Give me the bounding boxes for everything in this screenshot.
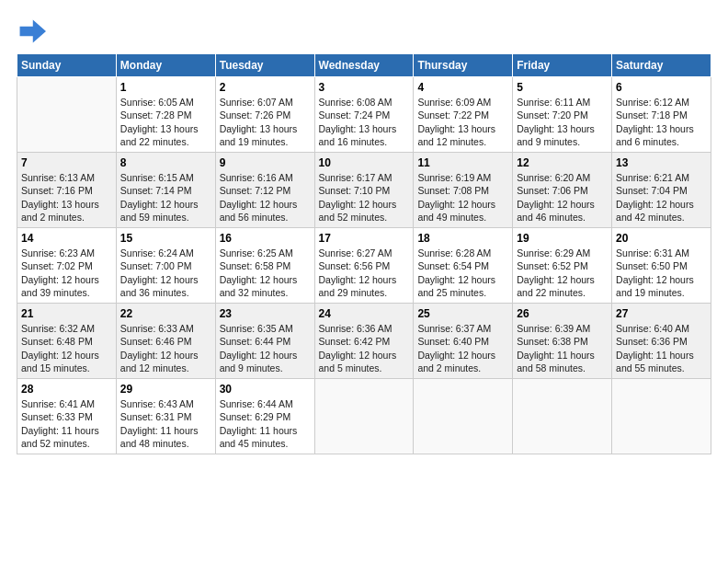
calendar-cell: 17Sunrise: 6:27 AM Sunset: 6:56 PM Dayli… (314, 228, 414, 304)
header (17, 17, 711, 46)
day-info: Sunrise: 6:12 AM Sunset: 7:18 PM Dayligh… (616, 96, 707, 148)
day-info: Sunrise: 6:36 AM Sunset: 6:42 PM Dayligh… (319, 322, 410, 374)
day-number: 13 (616, 155, 707, 170)
column-header-saturday: Saturday (612, 54, 711, 77)
calendar-cell: 9Sunrise: 6:16 AM Sunset: 7:12 PM Daylig… (215, 153, 314, 228)
calendar-cell: 15Sunrise: 6:24 AM Sunset: 7:00 PM Dayli… (116, 228, 215, 304)
calendar-cell: 12Sunrise: 6:20 AM Sunset: 7:06 PM Dayli… (513, 153, 612, 228)
day-info: Sunrise: 6:39 AM Sunset: 6:38 PM Dayligh… (517, 322, 608, 374)
day-info: Sunrise: 6:37 AM Sunset: 6:40 PM Dayligh… (417, 322, 508, 374)
calendar-cell: 2Sunrise: 6:07 AM Sunset: 7:26 PM Daylig… (215, 77, 314, 153)
calendar-cell: 24Sunrise: 6:36 AM Sunset: 6:42 PM Dayli… (314, 304, 414, 379)
day-number: 28 (21, 382, 112, 396)
calendar-cell: 11Sunrise: 6:19 AM Sunset: 7:08 PM Dayli… (414, 153, 513, 228)
calendar-week-3: 14Sunrise: 6:23 AM Sunset: 7:02 PM Dayli… (17, 228, 711, 304)
day-info: Sunrise: 6:28 AM Sunset: 6:54 PM Dayligh… (417, 247, 508, 299)
logo (17, 17, 50, 46)
column-header-monday: Monday (116, 54, 215, 77)
calendar-cell (414, 379, 513, 454)
calendar-cell: 22Sunrise: 6:33 AM Sunset: 6:46 PM Dayli… (116, 304, 215, 379)
day-number: 12 (517, 155, 608, 170)
header-row: SundayMondayTuesdayWednesdayThursdayFrid… (17, 54, 711, 77)
day-number: 23 (220, 306, 311, 321)
day-info: Sunrise: 6:13 AM Sunset: 7:16 PM Dayligh… (21, 171, 112, 224)
day-info: Sunrise: 6:32 AM Sunset: 6:48 PM Dayligh… (21, 322, 112, 374)
calendar-cell: 4Sunrise: 6:09 AM Sunset: 7:22 PM Daylig… (414, 77, 513, 153)
calendar-table: SundayMondayTuesdayWednesdayThursdayFrid… (17, 53, 711, 454)
day-info: Sunrise: 6:08 AM Sunset: 7:24 PM Dayligh… (319, 96, 410, 148)
calendar-cell: 7Sunrise: 6:13 AM Sunset: 7:16 PM Daylig… (17, 153, 117, 228)
calendar-cell: 3Sunrise: 6:08 AM Sunset: 7:24 PM Daylig… (314, 77, 414, 153)
day-number: 29 (120, 382, 211, 396)
day-number: 30 (220, 382, 311, 396)
calendar-cell: 21Sunrise: 6:32 AM Sunset: 6:48 PM Dayli… (17, 304, 117, 379)
day-number: 18 (417, 231, 508, 246)
day-info: Sunrise: 6:33 AM Sunset: 6:46 PM Dayligh… (120, 322, 211, 374)
page: SundayMondayTuesdayWednesdayThursdayFrid… (0, 0, 728, 563)
day-number: 20 (616, 231, 707, 246)
day-info: Sunrise: 6:23 AM Sunset: 7:02 PM Dayligh… (21, 247, 112, 299)
calendar-cell: 26Sunrise: 6:39 AM Sunset: 6:38 PM Dayli… (513, 304, 612, 379)
calendar-cell: 18Sunrise: 6:28 AM Sunset: 6:54 PM Dayli… (414, 228, 513, 304)
day-info: Sunrise: 6:29 AM Sunset: 6:52 PM Dayligh… (517, 247, 608, 299)
day-number: 1 (120, 80, 211, 95)
calendar-cell: 13Sunrise: 6:21 AM Sunset: 7:04 PM Dayli… (612, 153, 711, 228)
day-number: 21 (21, 306, 112, 321)
column-header-wednesday: Wednesday (314, 54, 414, 77)
column-header-friday: Friday (513, 54, 612, 77)
calendar-cell: 20Sunrise: 6:31 AM Sunset: 6:50 PM Dayli… (612, 228, 711, 304)
calendar-cell: 6Sunrise: 6:12 AM Sunset: 7:18 PM Daylig… (612, 77, 711, 153)
calendar-cell: 14Sunrise: 6:23 AM Sunset: 7:02 PM Dayli… (17, 228, 117, 304)
day-info: Sunrise: 6:27 AM Sunset: 6:56 PM Dayligh… (319, 247, 410, 299)
day-info: Sunrise: 6:31 AM Sunset: 6:50 PM Dayligh… (616, 247, 707, 299)
calendar-cell (612, 379, 711, 454)
calendar-cell: 10Sunrise: 6:17 AM Sunset: 7:10 PM Dayli… (314, 153, 414, 228)
calendar-week-5: 28Sunrise: 6:41 AM Sunset: 6:33 PM Dayli… (17, 379, 711, 454)
calendar-body: 1Sunrise: 6:05 AM Sunset: 7:28 PM Daylig… (17, 77, 711, 454)
calendar-cell: 19Sunrise: 6:29 AM Sunset: 6:52 PM Dayli… (513, 228, 612, 304)
column-header-sunday: Sunday (17, 54, 117, 77)
day-number: 16 (220, 231, 311, 246)
day-info: Sunrise: 6:19 AM Sunset: 7:08 PM Dayligh… (417, 171, 508, 224)
day-number: 27 (616, 306, 707, 321)
day-number: 6 (616, 80, 707, 95)
calendar-cell: 5Sunrise: 6:11 AM Sunset: 7:20 PM Daylig… (513, 77, 612, 153)
day-number: 19 (517, 231, 608, 246)
calendar-cell: 23Sunrise: 6:35 AM Sunset: 6:44 PM Dayli… (215, 304, 314, 379)
day-info: Sunrise: 6:25 AM Sunset: 6:58 PM Dayligh… (220, 247, 311, 299)
day-number: 25 (417, 306, 508, 321)
day-number: 3 (319, 80, 410, 95)
calendar-cell: 16Sunrise: 6:25 AM Sunset: 6:58 PM Dayli… (215, 228, 314, 304)
day-info: Sunrise: 6:41 AM Sunset: 6:33 PM Dayligh… (21, 397, 112, 450)
day-number: 15 (120, 231, 211, 246)
calendar-cell: 29Sunrise: 6:43 AM Sunset: 6:31 PM Dayli… (116, 379, 215, 454)
calendar-week-2: 7Sunrise: 6:13 AM Sunset: 7:16 PM Daylig… (17, 153, 711, 228)
day-number: 22 (120, 306, 211, 321)
calendar-cell (17, 77, 117, 153)
calendar-week-1: 1Sunrise: 6:05 AM Sunset: 7:28 PM Daylig… (17, 77, 711, 153)
column-header-thursday: Thursday (414, 54, 513, 77)
logo-icon (17, 17, 46, 46)
day-number: 7 (21, 155, 112, 170)
day-number: 5 (517, 80, 608, 95)
day-info: Sunrise: 6:21 AM Sunset: 7:04 PM Dayligh… (616, 171, 707, 224)
calendar-cell (314, 379, 414, 454)
day-info: Sunrise: 6:16 AM Sunset: 7:12 PM Dayligh… (220, 171, 311, 224)
day-info: Sunrise: 6:05 AM Sunset: 7:28 PM Dayligh… (120, 96, 211, 148)
day-info: Sunrise: 6:20 AM Sunset: 7:06 PM Dayligh… (517, 171, 608, 224)
day-number: 2 (220, 80, 311, 95)
calendar-cell (513, 379, 612, 454)
day-number: 14 (21, 231, 112, 246)
calendar-cell: 27Sunrise: 6:40 AM Sunset: 6:36 PM Dayli… (612, 304, 711, 379)
day-info: Sunrise: 6:24 AM Sunset: 7:00 PM Dayligh… (120, 247, 211, 299)
day-info: Sunrise: 6:44 AM Sunset: 6:29 PM Dayligh… (220, 397, 311, 450)
svg-marker-1 (20, 20, 46, 43)
day-number: 11 (417, 155, 508, 170)
day-number: 26 (517, 306, 608, 321)
day-info: Sunrise: 6:09 AM Sunset: 7:22 PM Dayligh… (417, 96, 508, 148)
day-info: Sunrise: 6:43 AM Sunset: 6:31 PM Dayligh… (120, 397, 211, 450)
column-header-tuesday: Tuesday (215, 54, 314, 77)
calendar-header: SundayMondayTuesdayWednesdayThursdayFrid… (17, 54, 711, 77)
calendar-cell: 1Sunrise: 6:05 AM Sunset: 7:28 PM Daylig… (116, 77, 215, 153)
calendar-cell: 28Sunrise: 6:41 AM Sunset: 6:33 PM Dayli… (17, 379, 117, 454)
